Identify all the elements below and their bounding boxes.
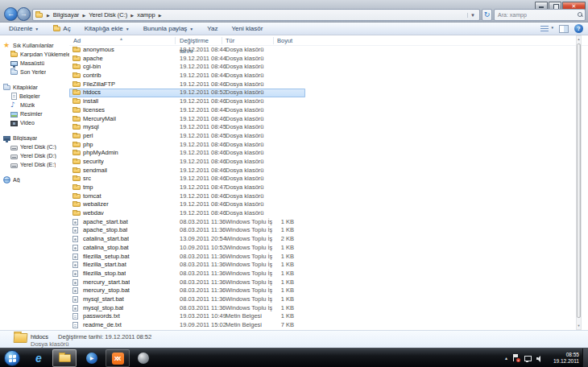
file-row[interactable]: security19.12.2011 08:46Dosya klasörü	[69, 158, 305, 167]
start-button[interactable]	[4, 350, 20, 366]
scroll-up-icon[interactable]: ▲	[577, 36, 581, 43]
sidebar-item-bilgisayar[interactable]: Bilgisayar	[0, 134, 69, 142]
file-row[interactable]: htdocs19.12.2011 08:52Dosya klasörü	[69, 89, 305, 97]
file-row[interactable]: cgi-bin19.12.2011 08:46Dosya klasörü	[69, 63, 305, 72]
file-row[interactable]: catalina_start.bat13.09.2011 20:54Window…	[69, 235, 305, 244]
scroll-down-icon[interactable]: ▼	[577, 323, 581, 329]
file-type: Dosya klasörü	[226, 184, 264, 192]
taskbar-clock[interactable]: 08:55 19.12.2011	[553, 352, 579, 365]
file-row[interactable]: passwords.txt19.03.2011 10:49Metin Belge…	[69, 312, 305, 321]
sidebar-item-ag[interactable]: Ağ	[0, 175, 69, 184]
breadcrumb-bilgisayar[interactable]: Bilgisayar	[52, 11, 81, 19]
address-dropdown-icon[interactable]: ▼	[467, 13, 478, 18]
taskbar-xampp[interactable]: XX	[106, 349, 130, 367]
help-icon[interactable]: ?	[574, 24, 583, 33]
file-row[interactable]: mysql_start.bat08.03.2011 11:36Windows T…	[69, 295, 305, 304]
column-header-tur[interactable]: Tür	[222, 35, 274, 46]
sidebar-item-belgeler[interactable]: Belgeler	[0, 92, 69, 101]
file-row[interactable]: perl19.12.2011 08:45Dosya klasörü	[69, 132, 305, 141]
file-date: 08.03.2011 11:36	[180, 218, 226, 227]
toolbar-bununla-paylas[interactable]: Bununla paylaş▼	[139, 24, 198, 33]
file-row[interactable]: filezilla_start.bat08.03.2011 11:36Windo…	[69, 261, 305, 270]
details-modified: Değiştirme tarihi: 19.12.2011 08:52	[58, 333, 151, 340]
file-row[interactable]: mercury_stop.bat08.03.2011 11:36Windows …	[69, 287, 305, 295]
file-row[interactable]: mysql19.12.2011 08:45Dosya klasörü	[69, 123, 305, 132]
file-name: cgi-bin	[83, 63, 101, 72]
sidebar-item-resimler[interactable]: Resimler	[0, 109, 69, 118]
toolbar-ac[interactable]: Aç	[48, 24, 74, 33]
tray-expand-icon[interactable]: ▲	[504, 356, 508, 361]
breadcrumb-xampp[interactable]: xampp	[135, 11, 157, 19]
file-row[interactable]: src19.12.2011 08:46Dosya klasörü	[69, 175, 305, 184]
sidebar-item-sik-kullanilanlar[interactable]: Sık Kullanılanlar	[0, 41, 69, 50]
back-button[interactable]: ←	[4, 7, 18, 21]
file-row[interactable]: licenses19.12.2011 08:44Dosya klasörü	[69, 106, 305, 115]
preview-pane-icon[interactable]	[559, 25, 569, 33]
taskbar-internet-explorer[interactable]: e	[27, 349, 51, 367]
file-row[interactable]: phpMyAdmin19.12.2011 08:46Dosya klasörü	[69, 149, 305, 158]
file-row[interactable]: anonymous19.12.2011 08:44Dosya klasörü	[69, 46, 305, 55]
sidebar-item-yerel-disk-e[interactable]: Yerel Disk (E:)	[0, 160, 69, 169]
file-row[interactable]: mercury_start.bat08.03.2011 11:36Windows…	[69, 278, 305, 287]
taskbar-media-player[interactable]: ▶	[80, 349, 104, 367]
file-name: licenses	[83, 106, 105, 115]
toolbar-yeni-klasor[interactable]: Yeni klasör	[228, 24, 267, 33]
sidebar-item-masaustu[interactable]: Masaüstü	[0, 59, 69, 68]
file-row[interactable]: catalina_stop.bat10.09.2011 10:52Windows…	[69, 244, 305, 253]
search-input[interactable]: Ara: xampp	[494, 9, 586, 21]
breadcrumb: ▶Bilgisayar▶Yerel Disk (C:)▶xampp▶	[45, 11, 164, 19]
folder-icon	[72, 125, 81, 130]
pictures-icon	[10, 112, 18, 118]
sidebar-item-kitapliklar[interactable]: Kitaplıklar	[0, 83, 69, 92]
file-row[interactable]: filezilla_stop.bat08.03.2011 11:36Window…	[69, 270, 305, 278]
file-row[interactable]: tmp19.12.2011 08:47Dosya klasörü	[69, 184, 305, 192]
volume-icon[interactable]	[536, 355, 544, 362]
file-row[interactable]: filezilla_setup.bat08.03.2011 11:36Windo…	[69, 253, 305, 262]
file-row[interactable]: mysql_stop.bat08.03.2011 11:36Windows To…	[69, 304, 305, 313]
file-row[interactable]: apache_stop.bat08.03.2011 11:36Windows T…	[69, 226, 305, 235]
sidebar-item-muzik[interactable]: Müzik	[0, 101, 69, 109]
file-row[interactable]: readme_de.txt19.09.2011 15:02Metin Belge…	[69, 321, 305, 330]
folder-icon	[72, 73, 81, 78]
taskbar-app[interactable]	[131, 349, 155, 367]
file-row[interactable]: FileZillaFTP19.12.2011 08:46Dosya klasör…	[69, 80, 305, 89]
column-header-ad[interactable]: Ad▲	[69, 35, 176, 46]
file-row[interactable]: apache_start.bat08.03.2011 11:36Windows …	[69, 218, 305, 227]
address-bar[interactable]: ▶Bilgisayar▶Yerel Disk (C:)▶xampp▶ ▼	[32, 9, 480, 21]
file-row[interactable]: apache19.12.2011 08:44Dosya klasörü	[69, 55, 305, 64]
change-view-icon[interactable]	[540, 25, 553, 33]
column-header-degistirme-tarihi[interactable]: Değiştirme tarihi	[176, 35, 222, 46]
file-row[interactable]: MercuryMail19.12.2011 08:46Dosya klasörü	[69, 115, 305, 124]
sidebar-item-yerel-disk-c[interactable]: Yerel Disk (C:)	[0, 142, 69, 151]
vertical-scrollbar[interactable]: ▲ ▼	[576, 35, 582, 330]
file-row[interactable]: sendmail19.12.2011 08:46Dosya klasörü	[69, 167, 305, 175]
file-row[interactable]: tomcat19.12.2011 08:46Dosya klasörü	[69, 192, 305, 201]
file-row[interactable]: contrib19.12.2011 08:44Dosya klasörü	[69, 72, 305, 80]
sidebar-item-karsidan-yuklemeler[interactable]: Karşıdan Yüklemeler	[0, 50, 69, 59]
file-type: Windows Toplu İş ...	[226, 226, 272, 235]
file-row[interactable]: webdav19.12.2011 08:46Dosya klasörü	[69, 209, 305, 218]
toolbar-duzenle[interactable]: Düzenle▼	[5, 24, 43, 33]
show-desktop-button[interactable]	[582, 348, 588, 367]
file-row[interactable]: php19.12.2011 08:46Dosya klasörü	[69, 141, 305, 150]
network-icon[interactable]	[524, 355, 532, 362]
taskbar-windows-explorer[interactable]	[52, 349, 77, 367]
refresh-button[interactable]: ↻	[482, 9, 492, 21]
toolbar-kitapliga-ekle[interactable]: Kitaplığa ekle▼	[81, 24, 134, 33]
file-date: 19.12.2011 08:46	[180, 115, 226, 124]
file-row[interactable]: webalizer19.12.2011 08:46Dosya klasörü	[69, 200, 305, 209]
file-row[interactable]: install19.12.2011 08:46Dosya klasörü	[69, 97, 305, 106]
file-type: Dosya klasörü	[226, 123, 264, 132]
toolbar-yaz[interactable]: Yaz	[203, 24, 222, 33]
action-center-icon[interactable]: x	[513, 354, 520, 362]
scrollbar-thumb[interactable]	[577, 43, 581, 318]
bat-icon	[72, 219, 78, 225]
sidebar-item-yerel-disk-d[interactable]: Yerel Disk (D:)	[0, 151, 69, 160]
sidebar-item-son-yerler[interactable]: Son Yerler	[0, 68, 69, 76]
column-header-boyut[interactable]: Boyut	[274, 35, 298, 46]
sidebar-item-video[interactable]: Video	[0, 118, 69, 127]
breadcrumb-yerel-disk-c[interactable]: Yerel Disk (C:)	[87, 11, 129, 19]
file-type: Dosya klasörü	[226, 158, 264, 167]
folder-icon	[72, 56, 81, 61]
forward-button[interactable]: →	[17, 7, 31, 21]
